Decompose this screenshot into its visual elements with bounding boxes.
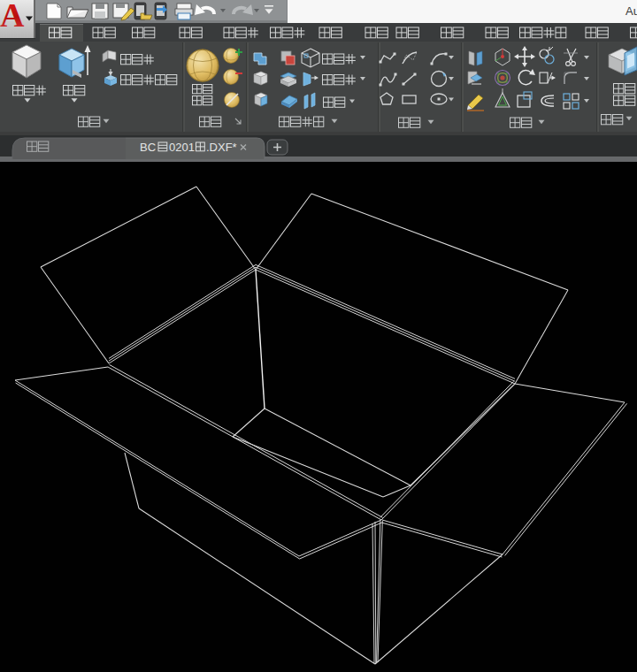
- svg-text:.DXF*: .DXF*: [206, 141, 237, 154]
- svg-text:BC: BC: [140, 141, 156, 154]
- svg-text:A: A: [0, 0, 25, 34]
- svg-text:0201: 0201: [169, 141, 195, 154]
- svg-text:Au: Au: [625, 4, 637, 18]
